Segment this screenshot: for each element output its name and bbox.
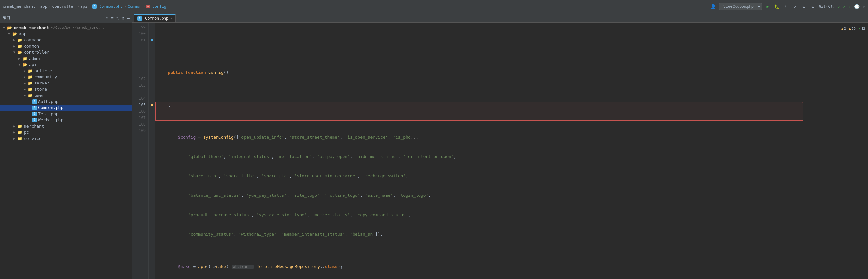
breadcrumb-api[interactable]: api <box>81 4 88 9</box>
sidebar-toolbar: 项目 ⊕ ≡ ⇅ ⚙ — <box>0 13 132 23</box>
tree-label-command: command <box>24 37 42 43</box>
line-num-104: 104 <box>132 95 146 102</box>
folder-icon-admin <box>22 56 28 61</box>
gutter-101b <box>149 44 155 50</box>
git-check-3[interactable]: ✓ <box>848 4 851 9</box>
folder-open-icon-app <box>12 31 18 36</box>
tree-item-app[interactable]: app <box>0 31 132 37</box>
breadcrumb-config-method[interactable]: config <box>153 4 166 9</box>
main-layout: 项目 ⊕ ≡ ⇅ ⚙ — crmeb_merchant ~/Code/Work/… <box>0 13 868 279</box>
tree-label-app: app <box>19 31 26 36</box>
user-icon[interactable]: 👤 <box>710 3 716 10</box>
code-editor[interactable]: public function config() { $config = sys… <box>155 23 868 279</box>
gutter-dot-101 <box>151 39 153 41</box>
step-over-icon[interactable]: ⬇ <box>783 3 789 10</box>
gutter-101e <box>149 63 155 69</box>
breadcrumb-app[interactable]: app <box>40 4 47 9</box>
git-label[interactable]: Git(G): <box>819 4 835 9</box>
tree-item-api[interactable]: api <box>0 61 132 68</box>
tree-label-api: api <box>29 62 36 67</box>
tree-label-wechat: Wechat.php <box>38 117 63 122</box>
tree-label-merchant: merchant <box>24 123 44 129</box>
code-line-101a: $config = systemConfig(['open_update_inf… <box>158 134 865 140</box>
breadcrumb-controller[interactable]: controller <box>52 4 75 9</box>
tree-arrow-user <box>22 93 27 97</box>
tree-item-admin[interactable]: admin <box>0 55 132 61</box>
gutter-102 <box>149 76 155 82</box>
folder-icon-article <box>27 68 33 73</box>
tab-close-icon[interactable]: ✕ <box>170 17 172 20</box>
close-sidebar-icon[interactable]: — <box>127 16 130 21</box>
git-history-icon[interactable]: 🕐 <box>854 3 860 10</box>
git-check-2[interactable]: ✓ <box>843 4 846 9</box>
line-num-99: 99 <box>132 24 146 30</box>
tree-label-pc: pc <box>24 130 29 135</box>
tree-arrow-server <box>22 81 27 85</box>
tree-item-merchant[interactable]: merchant <box>0 123 132 129</box>
tree-label-common: common <box>24 44 39 49</box>
tab-label: Common.php <box>145 16 168 21</box>
debug-icon[interactable]: 🐛 <box>774 3 780 10</box>
code-line-99: public function config() <box>158 69 865 76</box>
file-selector[interactable]: StoreCoupon.php <box>719 3 762 10</box>
run-icon[interactable]: ▶ <box>765 3 771 10</box>
line-num-106: 106 <box>132 108 146 115</box>
tree-item-controller[interactable]: controller <box>0 49 132 55</box>
breadcrumb: crmeb_merchant › app › controller › api … <box>3 4 166 9</box>
settings-icon[interactable]: ⚙ <box>810 3 816 10</box>
gutter-107 <box>149 115 155 121</box>
tab-common-php[interactable]: C Common.php ✕ <box>134 14 176 22</box>
sidebar-toolbar-icons: ⊕ ≡ ⇅ ⚙ — <box>106 16 130 21</box>
line-num-101: 101 <box>132 37 146 44</box>
hint-abstract-1: abstract: <box>232 265 254 269</box>
tree-item-article[interactable]: article <box>0 68 132 74</box>
tree-item-test[interactable]: C Test.php <box>0 111 132 117</box>
breadcrumb-root[interactable]: crmeb_merchant <box>3 4 35 9</box>
folder-icon-server <box>27 81 33 85</box>
tree-item-server[interactable]: server <box>0 80 132 86</box>
gear-icon[interactable]: ⚙ <box>122 16 124 21</box>
tree-item-store[interactable]: store <box>0 86 132 92</box>
folder-icon-store <box>27 87 33 92</box>
collapse-icon[interactable]: ≡ <box>111 16 114 21</box>
expand-icon[interactable]: ⇅ <box>116 16 119 21</box>
build-icon[interactable]: ⚙ <box>801 3 807 10</box>
code-line-100: { <box>158 102 865 108</box>
code-line-101e: 'procudt_increase_status', 'sys_extensio… <box>158 212 865 218</box>
editor-area: C Common.php ✕ ▲ 2 ▲ 56 ✓ 12 <box>132 13 868 279</box>
code-line-101f: 'community_status', 'withdraw_type', 'me… <box>158 231 865 238</box>
line-num-100: 100 <box>132 30 146 37</box>
tree-path: ~/Code/Work/crmeb_merc... <box>51 26 105 30</box>
tree-item-community[interactable]: community <box>0 74 132 80</box>
gutter-101c <box>149 50 155 56</box>
tree-item-common[interactable]: common <box>0 43 132 49</box>
tree-item-command[interactable]: command <box>0 37 132 43</box>
top-bar: crmeb_merchant › app › controller › api … <box>0 0 868 13</box>
tree-item-common-php[interactable]: C Common.php <box>0 105 132 111</box>
tree-item-service[interactable]: service <box>0 135 132 141</box>
step-into-icon[interactable]: ↙ <box>792 3 798 10</box>
gutter-108 <box>149 121 155 128</box>
git-check-1[interactable]: ✓ <box>838 4 840 9</box>
tree-item-wechat[interactable]: C Wechat.php <box>0 117 132 123</box>
tree-label-auth: Auth.php <box>38 99 59 104</box>
tree-arrow-root <box>1 26 6 29</box>
tree-item-pc[interactable]: pc <box>0 129 132 135</box>
tree-item-auth[interactable]: C Auth.php <box>0 99 132 105</box>
php-icon-auth: C <box>32 100 37 104</box>
breadcrumb-common-class[interactable]: Common <box>128 4 142 9</box>
php-icon-common: C <box>32 106 37 110</box>
folder-icon-command <box>17 37 23 43</box>
editor-content[interactable]: ▲ 2 ▲ 56 ✓ 12 99 100 101 <box>132 23 868 279</box>
breadcrumb-common-php[interactable]: Common.php <box>99 4 122 9</box>
top-bar-right: 👤 StoreCoupon.php ▶ 🐛 ⬇ ↙ ⚙ ⚙ Git(G): ✓ … <box>710 3 865 10</box>
tab-php-icon: C <box>137 16 142 21</box>
tree-label-store: store <box>34 87 47 92</box>
tree-item-user[interactable]: user <box>0 92 132 99</box>
tree-arrow-api <box>17 63 22 66</box>
tree-item-root[interactable]: crmeb_merchant ~/Code/Work/crmeb_merc... <box>0 25 132 31</box>
undo-icon[interactable]: ↩ <box>863 4 865 9</box>
tree-label-user: user <box>34 93 44 98</box>
tree-label-controller: controller <box>24 50 49 55</box>
new-file-icon[interactable]: ⊕ <box>106 16 108 21</box>
